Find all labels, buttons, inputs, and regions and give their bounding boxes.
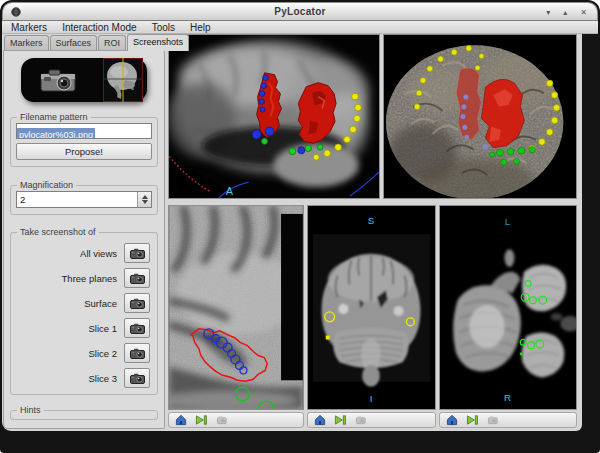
close-button[interactable]: ✕ <box>580 5 587 20</box>
all-views-camera-button[interactable] <box>124 243 150 263</box>
orientation-label-a: A <box>226 185 234 197</box>
app-window: PyLocator ▾ ▴ ✕ Markers Interaction Mode… <box>0 0 600 453</box>
tab-surfaces[interactable]: Surfaces <box>50 35 98 51</box>
screenshots-logo <box>21 58 147 102</box>
tab-screenshots[interactable]: Screenshots <box>127 34 189 51</box>
all-views-label: All views <box>80 248 117 259</box>
camera-disabled-icon <box>355 414 368 426</box>
coronal-render: S I <box>308 206 435 409</box>
surface-camera-button[interactable] <box>124 293 150 313</box>
screenshots-panel: Filename pattern pylocator%03i.png Propo… <box>3 50 165 429</box>
spinner-arrows[interactable] <box>137 192 151 207</box>
spin-down-icon[interactable] <box>142 200 148 204</box>
camera-icon <box>130 348 145 359</box>
main-area: Markers Surfaces ROI Screenshots <box>2 34 582 431</box>
seek-end-icon[interactable] <box>466 414 479 426</box>
slice2-label: Slice 2 <box>88 348 117 359</box>
menu-markers[interactable]: Markers <box>11 22 47 33</box>
filename-value: pylocator%03i.png <box>17 128 95 139</box>
surface-label: Surface <box>84 298 117 309</box>
slice1-label: Slice 1 <box>88 323 117 334</box>
viewport-axial[interactable]: L R <box>439 205 577 410</box>
filename-input[interactable]: pylocator%03i.png <box>16 123 152 139</box>
viewport-sagittal-3d[interactable]: A <box>168 34 380 199</box>
three-planes-camera-button[interactable] <box>124 268 150 288</box>
tab-bar: Markers Surfaces ROI Screenshots <box>4 34 189 51</box>
slice-zoom-render <box>169 206 303 409</box>
hints-legend: Hints <box>17 405 44 415</box>
slice3-toolbar <box>439 412 577 428</box>
filename-pattern-group: Filename pattern pylocator%03i.png Propo… <box>10 112 158 167</box>
home-icon[interactable] <box>446 414 458 426</box>
shot-row-all-views: All views <box>16 243 150 263</box>
camera-icon <box>39 66 79 94</box>
brain-thumbnail <box>103 58 143 102</box>
tab-markers[interactable]: Markers <box>4 35 49 51</box>
seek-end-icon[interactable] <box>195 414 208 426</box>
slice3-camera-button[interactable] <box>124 368 150 388</box>
camera-icon <box>130 248 145 259</box>
view-grid: A <box>166 34 582 431</box>
spin-up-icon[interactable] <box>142 195 148 199</box>
magnification-legend: Magnification <box>17 180 76 190</box>
take-screenshot-legend: Take screenshot of <box>17 227 99 237</box>
surface-3d-render <box>384 35 576 198</box>
camera-disabled-icon <box>216 414 229 426</box>
camera-icon <box>130 373 145 384</box>
orientation-label-r: R <box>504 392 511 403</box>
menu-tools[interactable]: Tools <box>152 22 175 33</box>
axial-render: L R <box>440 206 576 409</box>
slice2-camera-button[interactable] <box>124 343 150 363</box>
menubar: Markers Interaction Mode Tools Help <box>2 21 598 34</box>
home-icon[interactable] <box>314 414 326 426</box>
shot-row-slice3: Slice 3 <box>16 368 150 388</box>
viewport-surface-3d[interactable] <box>383 34 577 199</box>
slice3-label: Slice 3 <box>88 373 117 384</box>
shot-row-slice2: Slice 2 <box>16 343 150 363</box>
filename-pattern-legend: Filename pattern <box>17 112 91 122</box>
camera-icon <box>130 323 145 334</box>
menu-help[interactable]: Help <box>190 22 211 33</box>
tab-roi[interactable]: ROI <box>98 35 126 51</box>
sagittal-3d-render: A <box>169 35 379 198</box>
three-planes-label: Three planes <box>62 273 117 284</box>
slice1-camera-button[interactable] <box>124 318 150 338</box>
seek-end-icon[interactable] <box>334 414 347 426</box>
slice1-toolbar <box>168 412 304 428</box>
orientation-label-l: L <box>505 216 511 227</box>
shot-row-surface: Surface <box>16 293 150 313</box>
magnification-spinner[interactable]: 2 <box>16 191 152 208</box>
propose-button[interactable]: Propose! <box>16 143 152 160</box>
orientation-label-i: I <box>370 393 373 404</box>
menu-interaction-mode[interactable]: Interaction Mode <box>62 22 137 33</box>
magnification-value: 2 <box>17 192 151 207</box>
shot-row-three-planes: Three planes <box>16 268 150 288</box>
hints-group: Hints <box>10 405 158 420</box>
camera-disabled-icon <box>487 414 500 426</box>
slice2-toolbar <box>307 412 436 428</box>
viewport-slice-zoom[interactable] <box>168 205 304 410</box>
sidebar: Markers Surfaces ROI Screenshots <box>2 34 166 431</box>
minimize-button[interactable]: ▾ <box>546 5 550 20</box>
viewport-coronal[interactable]: S I <box>307 205 436 410</box>
maximize-button[interactable]: ▴ <box>563 5 567 20</box>
orientation-label-s: S <box>368 215 375 226</box>
take-screenshot-group: Take screenshot of All views Three plane… <box>10 227 158 395</box>
magnification-group: Magnification 2 <box>10 180 158 215</box>
shot-row-slice1: Slice 1 <box>16 318 150 338</box>
camera-icon <box>130 273 145 284</box>
titlebar[interactable]: PyLocator ▾ ▴ ✕ <box>2 2 598 21</box>
window-title: PyLocator <box>3 6 597 17</box>
camera-icon <box>130 298 145 309</box>
home-icon[interactable] <box>175 414 187 426</box>
